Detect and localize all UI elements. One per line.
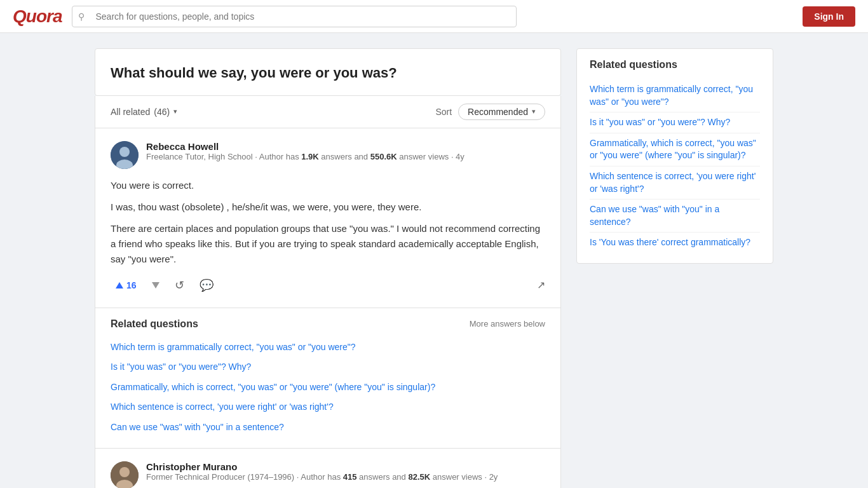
related-link-0[interactable]: Which term is grammatically correct, "yo… xyxy=(111,337,545,358)
recommended-label: Recommended xyxy=(468,107,528,117)
search-bar-container: ⚲ xyxy=(72,6,517,27)
related-link-3[interactable]: Which sentence is correct, 'you were rig… xyxy=(111,397,545,417)
related-link-1[interactable]: Is it "you was" or "you were"? Why? xyxy=(111,357,545,377)
quora-logo: Quora xyxy=(13,6,62,27)
related-inline-title: Related questions xyxy=(111,318,198,330)
author-meta-1: Freelance Tutor, High School · Author ha… xyxy=(146,152,465,161)
sort-section: Sort Recommended ▾ xyxy=(435,104,545,120)
comment-icon[interactable]: 💬 xyxy=(194,276,219,295)
all-related-button[interactable]: All related (46) ▾ xyxy=(111,107,177,117)
all-related-label: All related xyxy=(111,107,150,117)
answer-text-1: You were is correct. I was, thou wast (o… xyxy=(111,178,545,267)
avatar-2 xyxy=(111,461,139,488)
answer-card-1: Rebecca Howell Freelance Tutor, High Sch… xyxy=(95,128,561,308)
answer-card-2: Christopher Murano Former Technical Prod… xyxy=(95,449,561,488)
sidebar-link-0[interactable]: Which term is grammatically correct, "yo… xyxy=(590,79,760,112)
search-icon: ⚲ xyxy=(78,11,85,22)
header: Quora ⚲ Sign In xyxy=(0,0,868,33)
search-input[interactable] xyxy=(72,6,517,27)
chevron-down-icon: ▾ xyxy=(173,107,177,116)
sort-dropdown[interactable]: Recommended ▾ xyxy=(458,104,545,120)
author-name-2: Christopher Murano xyxy=(146,461,498,472)
sidebar-link-3[interactable]: Which sentence is correct, 'you were rig… xyxy=(590,166,760,200)
related-link-4[interactable]: Can we use "was" with "you" in a sentenc… xyxy=(111,417,545,438)
related-count: (46) xyxy=(154,107,170,117)
sign-in-button[interactable]: Sign In xyxy=(803,6,855,27)
sidebar-box: Related questions Which term is grammati… xyxy=(576,48,773,264)
upvote-count-1: 16 xyxy=(126,280,137,290)
filter-bar: All related (46) ▾ Sort Recommended ▾ xyxy=(95,96,561,128)
sidebar-title: Related questions xyxy=(590,59,760,71)
downvote-button-1[interactable] xyxy=(147,280,165,291)
avatar-1 xyxy=(111,141,139,169)
author-info-2: Christopher Murano Former Technical Prod… xyxy=(146,461,498,482)
svg-point-4 xyxy=(119,467,130,477)
sidebar-link-2[interactable]: Grammatically, which is correct, "you wa… xyxy=(590,133,760,166)
downvote-arrow-icon xyxy=(152,282,159,288)
more-answers-label: More answers below xyxy=(470,319,545,329)
author-info-1: Rebecca Howell Freelance Tutor, High Sch… xyxy=(146,141,465,161)
svg-point-1 xyxy=(119,147,130,157)
question-box: What should we say, you were or you was? xyxy=(95,48,561,96)
main-content: What should we say, you were or you was?… xyxy=(95,48,561,488)
author-meta-2: Former Technical Producer (1974–1996) · … xyxy=(146,472,498,482)
action-bar-1: 16 ↺ 💬 ↗ xyxy=(111,276,545,295)
related-link-2[interactable]: Grammatically, which is correct, "you wa… xyxy=(111,377,545,398)
sidebar-link-1[interactable]: Is it "you was" or "you were"? Why? xyxy=(590,112,760,133)
upvote-arrow-icon xyxy=(116,282,123,288)
sidebar-link-4[interactable]: Can we use "was" with "you" in a sentenc… xyxy=(590,200,760,233)
dropdown-chevron-icon: ▾ xyxy=(532,107,536,116)
upvote-button-1[interactable]: 16 xyxy=(111,278,142,293)
sort-label: Sort xyxy=(435,107,452,117)
related-inline-header: Related questions More answers below xyxy=(111,318,545,330)
share-icon[interactable]: ↗ xyxy=(537,279,545,291)
author-row-2: Christopher Murano Former Technical Prod… xyxy=(111,461,545,488)
sidebar-link-5[interactable]: Is 'You was there' correct grammatically… xyxy=(590,233,760,253)
author-name-1: Rebecca Howell xyxy=(146,141,465,152)
question-title: What should we say, you were or you was? xyxy=(111,64,545,83)
sidebar: Related questions Which term is grammati… xyxy=(576,48,773,264)
related-inline-box: Related questions More answers below Whi… xyxy=(95,308,561,449)
author-row-1: Rebecca Howell Freelance Tutor, High Sch… xyxy=(111,141,545,169)
header-right: Sign In xyxy=(803,6,855,27)
page-layout: What should we say, you were or you was?… xyxy=(85,33,783,488)
reshare-icon[interactable]: ↺ xyxy=(170,276,189,295)
